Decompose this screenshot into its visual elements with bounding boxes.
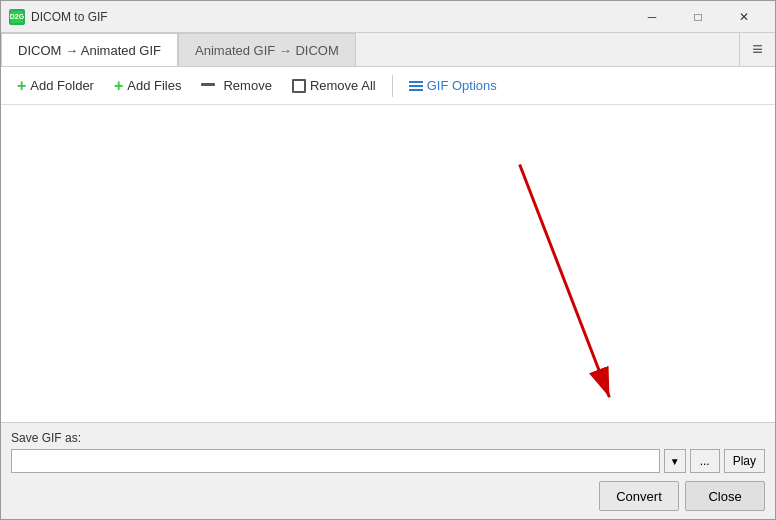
main-window: D2G DICOM to GIF ─ □ ✕ DICOM → Animated … xyxy=(0,0,776,520)
save-label: Save GIF as: xyxy=(11,431,765,445)
convert-button[interactable]: Convert xyxy=(599,481,679,511)
add-folder-icon: + xyxy=(17,77,26,95)
svg-line-1 xyxy=(520,164,610,397)
tab-bar: DICOM → Animated GIF Animated GIF → DICO… xyxy=(1,33,775,67)
save-path-input[interactable] xyxy=(11,449,660,473)
maximize-button[interactable]: □ xyxy=(675,1,721,33)
toolbar-separator xyxy=(392,75,393,97)
app-icon: D2G xyxy=(9,9,25,25)
add-files-button[interactable]: + Add Files xyxy=(106,73,190,99)
hamburger-menu-button[interactable]: ≡ xyxy=(739,33,775,66)
tab-spacer xyxy=(356,33,739,66)
remove-button[interactable]: Remove xyxy=(193,74,279,97)
close-window-button[interactable]: ✕ xyxy=(721,1,767,33)
save-dropdown-button[interactable]: ▼ xyxy=(664,449,686,473)
tab-animated-gif-to-dicom[interactable]: Animated GIF → DICOM xyxy=(178,33,356,66)
toolbar: + Add Folder + Add Files Remove Remove A… xyxy=(1,67,775,105)
add-folder-button[interactable]: + Add Folder xyxy=(9,73,102,99)
remove-icon xyxy=(201,83,215,86)
window-title: DICOM to GIF xyxy=(31,10,629,24)
gif-options-button[interactable]: GIF Options xyxy=(401,74,505,97)
tab-dicom-to-animated-gif[interactable]: DICOM → Animated GIF xyxy=(1,33,178,66)
browse-button[interactable]: ... xyxy=(690,449,720,473)
window-controls: ─ □ ✕ xyxy=(629,1,767,33)
add-files-icon: + xyxy=(114,77,123,95)
main-content-area xyxy=(1,105,775,422)
close-button[interactable]: Close xyxy=(685,481,765,511)
bottom-section: Save GIF as: ▼ ... Play Convert Close xyxy=(1,422,775,519)
annotation-arrow xyxy=(1,105,775,422)
action-row: Convert Close xyxy=(11,481,765,511)
gif-options-icon xyxy=(409,81,423,91)
play-button[interactable]: Play xyxy=(724,449,765,473)
remove-all-icon xyxy=(292,79,306,93)
minimize-button[interactable]: ─ xyxy=(629,1,675,33)
remove-all-button[interactable]: Remove All xyxy=(284,74,384,97)
title-bar: D2G DICOM to GIF ─ □ ✕ xyxy=(1,1,775,33)
save-row: ▼ ... Play xyxy=(11,449,765,473)
